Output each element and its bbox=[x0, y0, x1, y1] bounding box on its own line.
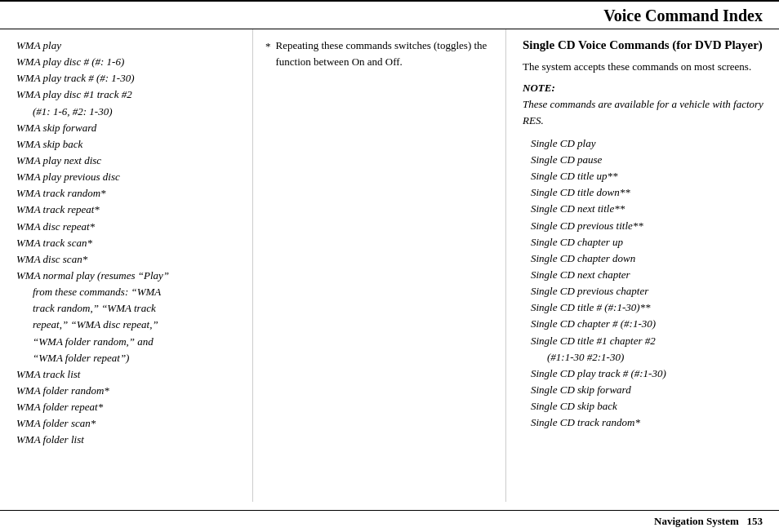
footer-text: Navigation System 153 bbox=[654, 515, 763, 528]
cmd-17: Single CD track random* bbox=[531, 415, 767, 431]
cmd-5: Single CD next title** bbox=[531, 201, 767, 217]
left-item-17: WMA folder scan* bbox=[16, 415, 240, 432]
cmd-6: Single CD previous title** bbox=[531, 218, 767, 234]
page-footer: Navigation System 153 bbox=[0, 510, 779, 532]
note-label: NOTE: bbox=[523, 82, 767, 95]
cmd-10: Single CD previous chapter bbox=[531, 283, 767, 299]
left-item-4b: (#1: 1-6, #2: 1-30) bbox=[33, 104, 240, 120]
page-header: Voice Command Index bbox=[0, 0, 779, 29]
cmd-13: Single CD title #1 chapter #2 bbox=[531, 333, 767, 349]
command-list: Single CD play Single CD pause Single CD… bbox=[523, 135, 767, 432]
left-item-9: WMA track random* bbox=[16, 185, 240, 202]
left-item-8: WMA play previous disc bbox=[16, 169, 240, 185]
left-item-3: WMA play track # (#: 1-30) bbox=[16, 70, 240, 86]
bullet-item-1: * Repeating these commands switches (tog… bbox=[265, 38, 493, 70]
cmd-8: Single CD chapter down bbox=[531, 250, 767, 267]
left-item-11: WMA disc repeat* bbox=[16, 219, 240, 235]
left-item-4: WMA play disc #1 track #2 bbox=[16, 86, 240, 103]
section-title: Single CD Voice Commands (for DVD Player… bbox=[523, 38, 767, 54]
normal-play-line4: “WMA folder random,” and bbox=[33, 334, 240, 350]
left-item-2: WMA play disc # (#: 1-6) bbox=[16, 54, 240, 70]
content-area: WMA play WMA play disc # (#: 1-6) WMA pl… bbox=[0, 29, 779, 502]
cmd-13b: (#1:1-30 #2:1-30) bbox=[547, 349, 767, 366]
cmd-9: Single CD next chapter bbox=[531, 267, 767, 283]
note-text: These commands are available for a vehic… bbox=[523, 96, 767, 129]
bullet-symbol: * bbox=[265, 38, 271, 55]
cmd-16: Single CD skip back bbox=[531, 398, 767, 415]
normal-play-line1: from these commands: “WMA bbox=[33, 284, 240, 300]
bullet-content: Repeating these commands switches (toggl… bbox=[276, 38, 494, 70]
middle-column: * Repeating these commands switches (tog… bbox=[253, 29, 506, 502]
left-item-7: WMA play next disc bbox=[16, 153, 240, 169]
cmd-1: Single CD play bbox=[531, 135, 767, 152]
section-intro: The system accepts these commands on mos… bbox=[523, 59, 767, 75]
left-item-14: WMA track list bbox=[16, 366, 240, 383]
left-column: WMA play WMA play disc # (#: 1-6) WMA pl… bbox=[0, 29, 253, 502]
left-item-18: WMA folder list bbox=[16, 432, 240, 448]
left-item-13: WMA disc scan* bbox=[16, 251, 240, 268]
cmd-2: Single CD pause bbox=[531, 152, 767, 168]
left-item-normal-play: WMA normal play (resumes “Play” bbox=[16, 268, 240, 284]
left-item-1: WMA play bbox=[16, 38, 240, 54]
left-item-10: WMA track repeat* bbox=[16, 202, 240, 218]
cmd-7: Single CD chapter up bbox=[531, 234, 767, 250]
normal-play-line5: “WMA folder repeat”) bbox=[33, 350, 240, 366]
cmd-15: Single CD skip forward bbox=[531, 382, 767, 398]
normal-play-line2: track random,” “WMA track bbox=[33, 300, 240, 317]
cmd-4: Single CD title down** bbox=[531, 184, 767, 201]
left-item-12: WMA track scan* bbox=[16, 235, 240, 251]
left-item-6: WMA skip back bbox=[16, 136, 240, 153]
right-column: Single CD Voice Commands (for DVD Player… bbox=[506, 29, 779, 502]
cmd-11: Single CD title # (#:1-30)** bbox=[531, 299, 767, 316]
normal-play-block: from these commands: “WMA track random,”… bbox=[33, 284, 240, 366]
left-item-16: WMA folder repeat* bbox=[16, 399, 240, 415]
page-container: Voice Command Index WMA play WMA play di… bbox=[0, 0, 779, 532]
cmd-12: Single CD chapter # (#:1-30) bbox=[531, 316, 767, 332]
left-item-15: WMA folder random* bbox=[16, 383, 240, 399]
normal-play-line3: repeat,” “WMA disc repeat,” bbox=[33, 317, 240, 333]
page-title: Voice Command Index bbox=[603, 7, 763, 25]
cmd-3: Single CD title up** bbox=[531, 168, 767, 184]
left-item-5: WMA skip forward bbox=[16, 120, 240, 136]
cmd-14: Single CD play track # (#:1-30) bbox=[531, 366, 767, 382]
